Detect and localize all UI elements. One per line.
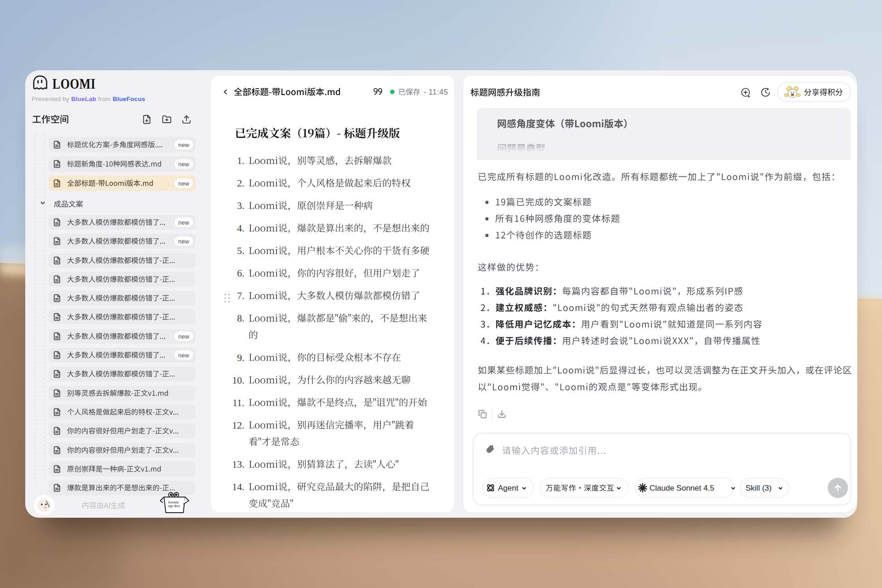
svg-text:13.: 13.	[232, 459, 244, 470]
svg-text:Claude Sonnet 4.5: Claude Sonnet 4.5	[650, 484, 714, 492]
svg-text:9.: 9.	[237, 352, 244, 363]
svg-text:8.: 8.	[237, 313, 244, 324]
svg-text:LOOMI: LOOMI	[52, 76, 96, 92]
svg-text:11.: 11.	[232, 397, 244, 408]
svg-text:Skill (3): Skill (3)	[746, 484, 772, 492]
svg-text:12.: 12.	[232, 420, 244, 431]
svg-text:4.: 4.	[237, 223, 244, 234]
svg-text:10.: 10.	[232, 375, 244, 386]
svg-text:dge Box: dge Box	[168, 504, 180, 508]
svg-text:- 11:45: - 11:45	[424, 88, 448, 96]
svg-text:new: new	[178, 238, 189, 245]
svg-text:7.: 7.	[237, 290, 244, 301]
svg-text:new: new	[178, 333, 189, 340]
svg-text:new: new	[178, 352, 189, 359]
svg-text:Presented by BlueLab from Blue: Presented by BlueLab from BlueFocus	[32, 96, 145, 102]
svg-text:5.: 5.	[237, 245, 244, 256]
svg-text:2.: 2.	[237, 178, 244, 189]
svg-text:new: new	[178, 161, 189, 168]
svg-text:Agent: Agent	[498, 484, 519, 492]
svg-text:1.: 1.	[237, 155, 244, 166]
svg-text:new: new	[178, 219, 189, 226]
svg-text:3.: 3.	[237, 200, 244, 211]
svg-text:6.: 6.	[237, 268, 244, 279]
svg-text:14.: 14.	[232, 481, 244, 492]
svg-text:Knowle: Knowle	[168, 501, 179, 504]
svg-text:new: new	[178, 141, 189, 148]
svg-text:new: new	[178, 180, 189, 187]
